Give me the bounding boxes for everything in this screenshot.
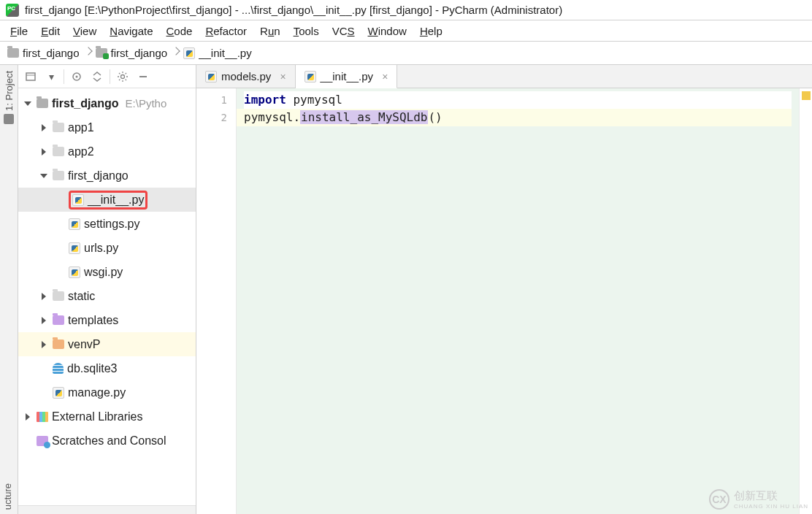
line-number: 2 [196, 109, 227, 126]
settings-button[interactable] [115, 69, 131, 85]
svg-point-3 [76, 75, 78, 77]
editor-area: models.py × __init__.py × 1 2 import pym… [196, 65, 812, 514]
folder-icon [53, 171, 64, 180]
breadcrumb-item-0[interactable]: first_django [3, 45, 84, 61]
arrow-down-icon[interactable] [23, 99, 33, 109]
arrow-right-icon[interactable] [39, 147, 49, 157]
tree-label-init: __init__.py [88, 193, 144, 207]
tree-node-venv[interactable]: venvP [18, 332, 196, 356]
tree-label-scratch: Scratches and Consol [52, 434, 166, 448]
menu-navigate[interactable]: Navigate [104, 23, 158, 39]
arrow-right-icon[interactable] [23, 412, 33, 422]
python-file-icon [304, 71, 316, 83]
folder-icon [37, 99, 48, 108]
menu-edit[interactable]: Edit [35, 23, 66, 39]
tree-node-templates[interactable]: templates [18, 308, 196, 332]
tree-label-static: static [68, 290, 95, 303]
tree-node-scratches[interactable]: Scratches and Consol [18, 429, 196, 453]
breadcrumb-item-2[interactable]: __init__.py [179, 45, 256, 61]
horizontal-scrollbar[interactable] [18, 505, 196, 514]
tool-tab-project[interactable]: 1: Project [2, 68, 16, 127]
project-toolbar: ▾ [18, 65, 196, 88]
warning-marker[interactable] [802, 91, 811, 100]
menu-bar: File Edit View Navigate Code Refactor Ru… [0, 20, 812, 42]
tree-label-root: first_django [52, 97, 119, 110]
window-title-bar: first_django [E:\PythonProject\first_dja… [0, 0, 812, 20]
arrow-right-icon[interactable] [39, 123, 49, 133]
tree-node-init[interactable]: __init__.py [18, 188, 196, 212]
tree-label-wsgi: wsgi.py [84, 266, 123, 279]
tree-node-app1[interactable]: app1 [18, 115, 196, 139]
python-file-icon [53, 387, 64, 399]
menu-help[interactable]: Help [414, 23, 448, 39]
tree-node-urls[interactable]: urls.py [18, 236, 196, 260]
view-mode-button[interactable] [23, 69, 39, 85]
tree-node-settings[interactable]: settings.py [18, 212, 196, 236]
tree-label-venv: venvP [68, 338, 100, 351]
python-file-icon [205, 71, 217, 83]
tool-tab-structure[interactable]: ucture [2, 483, 13, 510]
tree-node-wsgi[interactable]: wsgi.py [18, 260, 196, 284]
tab-label-1: __init__.py [321, 70, 374, 83]
scroll-from-source-button[interactable] [69, 69, 85, 85]
dropdown-arrow-icon[interactable]: ▾ [43, 69, 59, 85]
menu-refactor[interactable]: Refactor [199, 23, 253, 39]
tree-label-ext: External Libraries [52, 410, 143, 423]
libraries-icon [37, 412, 48, 422]
tree-label-settings: settings.py [84, 218, 139, 231]
svg-rect-0 [26, 73, 35, 80]
collapse-all-button[interactable] [89, 69, 105, 85]
project-icon [4, 114, 14, 124]
tree-node-first-django[interactable]: first_django [18, 164, 196, 188]
menu-window[interactable]: Window [362, 23, 413, 39]
tree-label-first-django: first_django [68, 169, 129, 183]
tree-label-templates: templates [68, 314, 118, 327]
svg-rect-5 [139, 76, 147, 77]
tool-window-strip-left: 1: Project [0, 65, 18, 514]
database-icon [53, 363, 64, 374]
tab-label-0: models.py [221, 70, 271, 83]
breadcrumb: first_django first_django __init__.py [0, 42, 812, 65]
menu-vcs[interactable]: VCS [326, 23, 361, 39]
menu-file[interactable]: File [4, 23, 34, 39]
chevron-right-icon [172, 47, 179, 60]
folder-icon [53, 340, 64, 349]
breadcrumb-item-1[interactable]: first_django [91, 45, 172, 61]
editor-gutter: 1 2 [196, 88, 237, 514]
arrow-right-icon[interactable] [39, 315, 49, 326]
tree-label-app1: app1 [68, 121, 94, 134]
pycharm-icon [6, 4, 19, 17]
code[interactable]: import pymysql pymysql.install_as_MySQLd… [237, 88, 799, 514]
tree-node-db[interactable]: db.sqlite3 [18, 356, 196, 380]
tree-label-db: db.sqlite3 [67, 362, 118, 375]
menu-code[interactable]: Code [161, 23, 199, 39]
menu-run[interactable]: Run [254, 23, 286, 39]
menu-tools[interactable]: Tools [288, 23, 325, 39]
scratches-icon [37, 436, 48, 446]
close-icon[interactable]: × [280, 71, 286, 83]
tab-init[interactable]: __init__.py × [296, 65, 398, 88]
folder-icon [53, 147, 64, 156]
project-tree[interactable]: first_django E:\Pytho app1 app2 first_dj… [18, 88, 196, 505]
project-panel: ▾ first_django E:\Pytho [18, 65, 196, 514]
tree-node-app2[interactable]: app2 [18, 139, 196, 164]
tree-node-external-libraries[interactable]: External Libraries [18, 404, 196, 429]
code-line-2: pymysql.install_as_MySQLdb() [244, 109, 792, 126]
folder-django-icon [96, 48, 107, 58]
code-line-1: import pymysql [244, 91, 792, 109]
tree-node-static[interactable]: static [18, 284, 196, 308]
arrow-down-icon[interactable] [39, 171, 49, 181]
arrow-right-icon[interactable] [39, 340, 49, 350]
hide-button[interactable] [135, 69, 151, 85]
close-icon[interactable]: × [382, 71, 388, 83]
tree-node-manage[interactable]: manage.py [18, 380, 196, 404]
editor-error-stripe[interactable] [799, 88, 812, 514]
python-file-icon [69, 218, 80, 230]
tab-models[interactable]: models.py × [196, 65, 296, 88]
arrow-right-icon[interactable] [39, 291, 49, 302]
python-file-icon [72, 194, 84, 206]
window-title: first_django [E:\PythonProject\first_dja… [25, 4, 562, 16]
menu-view[interactable]: View [67, 23, 102, 39]
tree-node-root[interactable]: first_django E:\Pytho [18, 91, 196, 115]
editor-content[interactable]: 1 2 import pymysql pymysql.install_as_My… [196, 88, 812, 514]
